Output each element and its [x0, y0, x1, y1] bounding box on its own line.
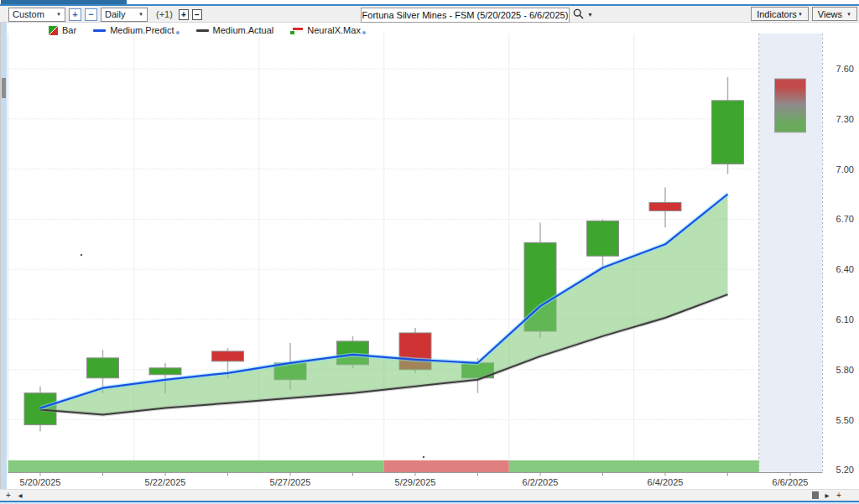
legend-item-medium-predict[interactable]: Medium.Predict: [93, 25, 179, 35]
indicators-button[interactable]: Indicators▼: [751, 7, 809, 21]
scroll-right-arrow-button[interactable]: ▸: [822, 490, 832, 501]
step-up-button[interactable]: +: [179, 9, 189, 20]
price-chart-canvas[interactable]: 5/20/20255/22/20255/27/20255/29/20256/2/…: [0, 23, 859, 489]
neuralx-prediction-bar: [775, 79, 806, 132]
candle-body: [149, 368, 181, 375]
candle-body: [712, 101, 744, 164]
x-axis-label: 6/6/2025: [773, 477, 809, 487]
search-icon[interactable]: [573, 8, 584, 21]
app-window: Custom ▼ + − Daily ▼ (+1) + − Fortuna Si…: [0, 0, 859, 504]
candle-body: [87, 358, 119, 378]
y-axis-label: 5.50: [836, 415, 854, 425]
range-combo[interactable]: Custom ▼: [8, 8, 65, 22]
y-axis-label: 7.30: [836, 114, 854, 124]
candle-body: [212, 351, 244, 361]
step-down-button[interactable]: −: [192, 9, 202, 20]
sentiment-strip-segment: [384, 460, 509, 472]
y-axis-label: 7.60: [836, 64, 854, 74]
y-axis-label: 5.20: [836, 465, 854, 475]
candle[interactable]: [587, 219, 619, 268]
scroll-add-left-button[interactable]: +: [3, 490, 13, 501]
sentiment-strip-segment: [8, 460, 384, 472]
legend-item-bar[interactable]: Bar: [49, 25, 76, 35]
x-axis-label: 6/4/2025: [648, 477, 684, 487]
scroll-add-right-button[interactable]: +: [834, 490, 844, 501]
y-axis-label: 6.10: [836, 314, 854, 325]
artifact-dot: [423, 456, 424, 458]
x-axis-label: 5/27/2025: [270, 477, 311, 487]
vertical-scrollbar-thumb[interactable]: [2, 78, 6, 98]
sentiment-strip-segment: [509, 460, 759, 472]
bar-series-icon: [49, 26, 58, 35]
chevron-down-icon: ▼: [846, 12, 851, 17]
vertical-scrollbar[interactable]: [1, 23, 7, 489]
search-dropdown-caret[interactable]: ▼: [587, 12, 593, 18]
legend-item-medium-actual[interactable]: Medium.Actual: [196, 25, 274, 35]
predict-line-icon: [93, 29, 106, 32]
period-combo-value: Daily: [105, 9, 125, 19]
artifact-dot: [81, 254, 82, 256]
candle[interactable]: [712, 77, 744, 174]
neuralx-max-icon: [290, 27, 303, 34]
views-button[interactable]: Views ▼: [812, 7, 857, 21]
series-options-dot-icon[interactable]: [176, 31, 180, 34]
chevron-down-icon: ▼: [56, 12, 61, 17]
chevron-down-icon: ▼: [798, 12, 803, 17]
y-axis-label: 6.70: [836, 214, 854, 224]
y-axis-label: 5.80: [836, 365, 854, 375]
x-axis-label: 5/22/2025: [145, 477, 186, 487]
range-combo-value: Custom: [13, 9, 44, 19]
zoom-out-button[interactable]: −: [85, 8, 97, 21]
x-axis-label: 6/2/2025: [523, 477, 559, 487]
offset-label: (+1): [156, 9, 173, 19]
chart-legend: Bar Medium.Predict Medium.Actual NeuralX…: [49, 25, 383, 35]
y-axis-label: 7.00: [836, 164, 854, 174]
x-axis-label: 5/20/2025: [20, 477, 61, 487]
horizontal-scrollbar-thumb[interactable]: [812, 491, 819, 499]
legend-item-neuralx-max[interactable]: NeuralX.Max: [290, 25, 366, 35]
candle-body: [649, 202, 681, 210]
zoom-in-button[interactable]: +: [69, 8, 81, 21]
chevron-down-icon: ▼: [138, 12, 143, 17]
candle-body: [587, 221, 619, 256]
y-axis-label: 6.40: [836, 264, 854, 274]
candle[interactable]: [649, 188, 681, 228]
toolbar: Custom ▼ + − Daily ▼ (+1) + − Fortuna Si…: [0, 6, 859, 23]
x-axis-label: 5/29/2025: [395, 477, 436, 487]
symbol-title-box[interactable]: Fortuna Silver Mines - FSM (5/20/2025 - …: [361, 8, 570, 23]
actual-line-icon: [196, 29, 209, 32]
symbol-title: Fortuna Silver Mines - FSM (5/20/2025 - …: [362, 10, 569, 20]
period-combo[interactable]: Daily ▼: [101, 8, 148, 22]
horizontal-scrollbar[interactable]: + ◂ ▸ +: [0, 489, 859, 501]
scroll-left-arrow-button[interactable]: ◂: [15, 490, 25, 501]
series-options-dot-icon[interactable]: [362, 31, 366, 34]
